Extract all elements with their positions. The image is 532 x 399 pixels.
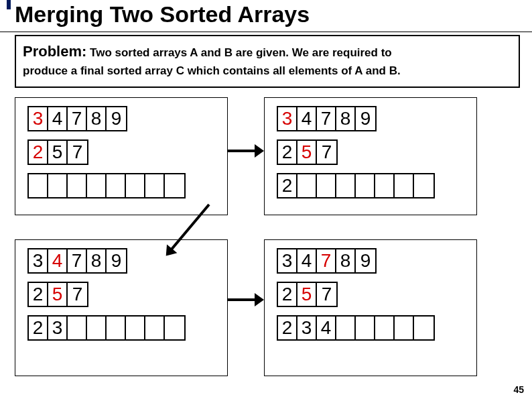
array-cell bbox=[68, 174, 87, 197]
array-cell: 4 bbox=[297, 249, 317, 272]
array-cell: 3 bbox=[48, 317, 68, 339]
array-cell: 5 bbox=[297, 283, 317, 306]
array-cell bbox=[317, 174, 336, 197]
array-cell: 7 bbox=[68, 283, 87, 306]
array-cell bbox=[165, 174, 184, 197]
array-cell: 3 bbox=[297, 317, 317, 339]
array-cell bbox=[107, 174, 126, 197]
array-row: 2 bbox=[277, 173, 435, 198]
array-cell: 8 bbox=[87, 107, 107, 130]
step-panel-4: 34789257234 bbox=[264, 239, 477, 376]
array-cell bbox=[297, 174, 317, 197]
array-row: 257 bbox=[27, 139, 88, 165]
array-cell bbox=[395, 174, 414, 197]
title-marker-icon bbox=[7, 0, 11, 9]
array-cell: 4 bbox=[48, 107, 68, 130]
array-cell: 2 bbox=[278, 317, 297, 339]
array-cell: 5 bbox=[48, 141, 68, 164]
array-row: 34789 bbox=[277, 248, 377, 274]
array-cell: 7 bbox=[68, 249, 87, 272]
array-cell: 9 bbox=[107, 249, 126, 272]
array-cell: 7 bbox=[317, 141, 336, 164]
array-cell: 7 bbox=[317, 249, 336, 272]
array-cell bbox=[165, 317, 184, 339]
array-cell bbox=[126, 174, 145, 197]
array-cell bbox=[48, 174, 68, 197]
array-cell bbox=[375, 174, 395, 197]
array-cell: 3 bbox=[278, 107, 297, 130]
array-cell: 4 bbox=[48, 249, 68, 272]
array-cell: 7 bbox=[68, 141, 87, 164]
array-cell: 7 bbox=[68, 107, 87, 130]
array-cell: 4 bbox=[297, 107, 317, 130]
array-cell bbox=[87, 174, 107, 197]
problem-label: Problem: bbox=[23, 43, 86, 60]
array-row: 257 bbox=[277, 139, 338, 165]
array-cell: 8 bbox=[336, 249, 356, 272]
array-row: 34789 bbox=[27, 106, 127, 131]
array-cell: 2 bbox=[29, 141, 48, 164]
array-cell bbox=[336, 317, 356, 339]
arrow-step3-to-step4-icon bbox=[228, 298, 256, 301]
title-bar: Merging Two Sorted Arrays bbox=[0, 0, 532, 32]
problem-text-line1: Two sorted arrays A and B are given. We … bbox=[86, 46, 391, 59]
array-cell: 5 bbox=[48, 283, 68, 306]
array-cell: 7 bbox=[317, 283, 336, 306]
array-cell: 9 bbox=[356, 249, 375, 272]
array-row: 34789 bbox=[27, 248, 127, 274]
array-cell bbox=[126, 317, 145, 339]
step-panel-1: 34789257 bbox=[15, 97, 228, 215]
array-cell bbox=[375, 317, 395, 339]
array-cell: 8 bbox=[336, 107, 356, 130]
array-cell bbox=[414, 317, 434, 339]
array-cell bbox=[145, 317, 165, 339]
array-cell bbox=[356, 174, 375, 197]
array-cell: 9 bbox=[356, 107, 375, 130]
array-cell: 2 bbox=[278, 141, 297, 164]
page-number: 45 bbox=[513, 384, 524, 395]
array-cell: 2 bbox=[29, 283, 48, 306]
diagram-area: 34789257 347892572 3478925723 3478925723… bbox=[0, 97, 532, 392]
array-row bbox=[27, 173, 186, 198]
array-cell bbox=[356, 317, 375, 339]
array-row: 234 bbox=[277, 315, 435, 341]
arrow-step1-to-step2-icon bbox=[228, 150, 256, 152]
array-cell: 2 bbox=[29, 317, 48, 339]
problem-text-line2: produce a final sorted array C which con… bbox=[23, 64, 401, 77]
array-row: 257 bbox=[277, 282, 338, 307]
array-cell: 4 bbox=[317, 317, 336, 339]
array-cell bbox=[107, 317, 126, 339]
step-panel-3: 3478925723 bbox=[15, 239, 228, 376]
array-cell: 2 bbox=[278, 283, 297, 306]
step-panel-2: 347892572 bbox=[264, 97, 477, 215]
array-cell: 5 bbox=[297, 141, 317, 164]
array-cell bbox=[68, 317, 87, 339]
array-cell: 8 bbox=[87, 249, 107, 272]
array-cell: 3 bbox=[29, 107, 48, 130]
array-cell bbox=[145, 174, 165, 197]
array-cell: 9 bbox=[107, 107, 126, 130]
array-cell: 7 bbox=[317, 107, 336, 130]
problem-statement: Problem: Two sorted arrays A and B are g… bbox=[15, 35, 520, 88]
array-cell bbox=[395, 317, 414, 339]
array-row: 23 bbox=[27, 315, 186, 341]
array-row: 34789 bbox=[277, 106, 377, 131]
array-cell bbox=[29, 174, 48, 197]
array-cell bbox=[414, 174, 434, 197]
array-cell bbox=[87, 317, 107, 339]
array-cell: 2 bbox=[278, 174, 297, 197]
array-cell bbox=[336, 174, 356, 197]
array-cell: 3 bbox=[278, 249, 297, 272]
array-cell: 3 bbox=[29, 249, 48, 272]
array-row: 257 bbox=[27, 282, 88, 307]
page-title: Merging Two Sorted Arrays bbox=[15, 1, 532, 27]
